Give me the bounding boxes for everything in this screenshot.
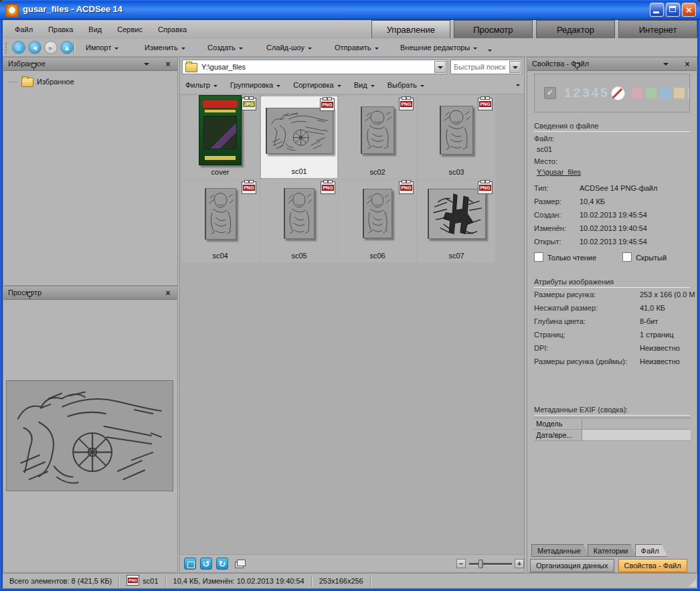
sorting-dropdown[interactable]: Сортировка <box>288 76 346 94</box>
toolbar-grip[interactable] <box>5 42 9 54</box>
delete-image-icon[interactable] <box>184 558 196 570</box>
tab-metadata[interactable]: Метаданные <box>531 544 590 557</box>
external-editors-dropdown[interactable]: Внешние редакторы <box>396 39 481 57</box>
address-dropdown-button[interactable] <box>434 61 446 73</box>
file-tile-sc04[interactable]: PNG sc04 <box>181 179 259 262</box>
thumbnail-size-slider[interactable] <box>469 563 512 566</box>
grouping-dropdown[interactable]: Группировка <box>225 76 286 94</box>
close-icon[interactable] <box>164 289 172 297</box>
file-tile-sc03[interactable]: PNG sc03 <box>418 96 495 179</box>
menu-edit[interactable]: Правка <box>41 20 80 39</box>
close-icon[interactable] <box>164 60 172 68</box>
import-dropdown[interactable]: Импорт <box>82 39 122 57</box>
up-button[interactable]: ▲ <box>60 41 74 54</box>
rating-4[interactable]: 4 <box>592 86 600 100</box>
home-button[interactable]: ⌂ <box>12 41 25 54</box>
menu-tools[interactable]: Сервис <box>110 20 149 39</box>
edit-dropdown[interactable]: Изменить <box>141 39 189 57</box>
create-dropdown[interactable]: Создать <box>203 39 247 57</box>
file-name-label: sc01 <box>261 167 337 175</box>
color-label-pink[interactable] <box>632 88 642 98</box>
address-input[interactable]: Y:\gusar_files <box>182 60 447 74</box>
preview-panel-header[interactable]: Просмотр <box>3 286 177 300</box>
panel-menu-icon[interactable] <box>662 60 670 68</box>
close-button[interactable] <box>682 3 696 17</box>
panel-menu-icon[interactable] <box>143 60 151 68</box>
quick-search-box[interactable] <box>450 60 522 74</box>
back-button[interactable]: ◄ <box>28 41 41 54</box>
forward-arrow-icon: ► <box>48 44 54 52</box>
file-tile-cover[interactable]: JPG cover <box>181 96 259 179</box>
color-label-lavender[interactable] <box>688 88 690 98</box>
minimize-button[interactable] <box>650 3 664 17</box>
color-label-blue[interactable] <box>660 88 671 98</box>
filter-overflow-icon[interactable] <box>516 84 520 86</box>
inches-label: Размеры рисунка (дюймы): <box>534 355 640 368</box>
title-bar[interactable]: gusar_files - ACDSee 14 <box>0 0 700 20</box>
tab-categories[interactable]: Категории <box>588 544 637 557</box>
dimensions-value: 253 x 166 (0.0 М <box>640 290 695 299</box>
main-toolbar: ⌂ ◄ ► ▲ Импорт Изменить Создать Слайд-шо… <box>3 39 697 57</box>
format-badge-label: PNG <box>400 101 412 107</box>
preview-image[interactable] <box>6 380 173 491</box>
maximize-button[interactable] <box>666 3 680 17</box>
chevron-down-icon <box>371 85 375 87</box>
rating-5[interactable]: 5 <box>600 86 608 100</box>
view-dropdown[interactable]: Вид <box>349 76 380 94</box>
forward-button[interactable]: ► <box>44 41 58 54</box>
location-link[interactable]: Y:\gusar_files <box>537 168 581 176</box>
tab-file[interactable]: Файл <box>635 544 668 557</box>
favorites-panel-header[interactable]: Избранное <box>3 58 177 71</box>
tab-manage[interactable]: Управление <box>371 20 450 38</box>
menu-view[interactable]: Вид <box>82 20 108 39</box>
toolbar-separator <box>74 41 75 54</box>
menu-file[interactable]: Файл <box>8 20 39 39</box>
tab-view[interactable]: Просмотр <box>454 20 533 38</box>
slider-handle[interactable] <box>478 560 483 568</box>
file-tile-sc05[interactable]: PNG sc05 <box>260 179 338 262</box>
hidden-checkbox[interactable] <box>622 252 632 262</box>
rating-3[interactable]: 3 <box>582 86 590 100</box>
search-input[interactable] <box>452 61 509 73</box>
file-tile-sc02[interactable]: PNG sc02 <box>339 96 416 179</box>
search-dropdown-button[interactable] <box>509 61 521 73</box>
slideshow-dropdown[interactable]: Слайд-шоу <box>262 39 316 57</box>
filter-dropdown[interactable]: Фильтр <box>180 76 223 94</box>
favorites-tree-item[interactable]: Избранное <box>9 76 74 87</box>
select-dropdown[interactable]: Выбрать <box>382 76 430 94</box>
file-tile-sc06[interactable]: PNG sc06 <box>339 179 416 262</box>
close-icon[interactable] <box>683 60 691 68</box>
organize-button[interactable]: Организация данных <box>530 559 614 572</box>
chevron-down-icon <box>420 85 424 87</box>
rating-1[interactable]: 1 <box>564 86 572 100</box>
no-rating-icon[interactable] <box>611 86 625 100</box>
rating-2[interactable]: 2 <box>574 86 582 100</box>
color-label-green[interactable] <box>646 88 657 98</box>
zoom-out-button[interactable]: − <box>456 559 466 568</box>
rotate-right-icon[interactable] <box>216 558 228 570</box>
toolbar-overflow-button[interactable] <box>488 46 495 52</box>
tab-editor[interactable]: Редактор <box>536 20 615 38</box>
tag-checkbox[interactable] <box>544 87 556 99</box>
rotate-left-icon[interactable] <box>200 558 212 570</box>
format-badge-label: PNG <box>128 578 138 583</box>
tab-internet[interactable]: Интернет <box>618 20 697 38</box>
compare-stack-icon[interactable] <box>234 558 246 570</box>
format-badge-label: PNG <box>479 185 491 191</box>
zoom-in-button[interactable]: + <box>515 559 524 568</box>
readonly-checkbox[interactable] <box>534 252 543 262</box>
file-tile-sc01-selected[interactable]: PNG sc01 <box>260 96 338 179</box>
resize-grip[interactable] <box>688 579 696 587</box>
properties-file-button[interactable]: Свойства - Файл <box>618 559 687 572</box>
exif-row-model[interactable]: Модель <box>534 418 691 430</box>
color-label-tan[interactable] <box>674 88 685 98</box>
exif-row-datetime[interactable]: Дата/вре... <box>534 430 691 441</box>
file-name-label: sc04 <box>181 252 259 260</box>
properties-panel-header[interactable]: Свойства - Файл <box>527 58 697 71</box>
exif-model-label: Модель <box>534 418 582 429</box>
menu-help[interactable]: Справка <box>151 20 193 39</box>
home-icon: ⌂ <box>17 44 21 52</box>
file-tile-sc07[interactable]: PNG sc07 <box>418 179 495 262</box>
up-arrow-icon: ▲ <box>64 44 70 52</box>
send-dropdown[interactable]: Отправить <box>331 39 383 57</box>
